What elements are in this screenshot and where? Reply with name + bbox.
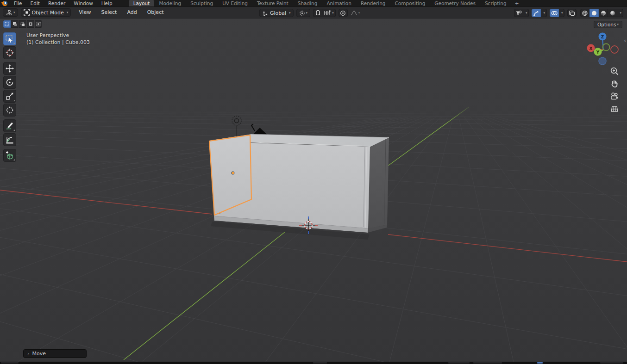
- rendered-sphere-icon: [609, 10, 616, 16]
- object-mode-icon: [24, 9, 30, 16]
- gizmo-dropdown[interactable]: ▾: [541, 9, 547, 17]
- select-mode-intersect-button[interactable]: [35, 20, 42, 28]
- select-mode-subtract-button[interactable]: [19, 20, 26, 28]
- magnet-icon: [315, 10, 321, 16]
- snap-toggle[interactable]: [313, 9, 322, 17]
- measure-icon: [5, 135, 14, 144]
- select-mode-set-button[interactable]: [3, 20, 11, 28]
- tool-move[interactable]: [3, 62, 16, 75]
- chevron-down-icon: ▾: [332, 12, 334, 15]
- tool-shelf: [3, 32, 17, 163]
- mode-selector[interactable]: Object Mode ▾: [21, 8, 71, 17]
- tab-modeling[interactable]: Modeling: [154, 0, 186, 6]
- snap-target-selector[interactable]: ▾: [322, 9, 336, 17]
- shading-dropdown[interactable]: ▾: [617, 9, 623, 17]
- navigation-gizmo[interactable]: X Y Z: [583, 28, 621, 67]
- editor-3d-viewport-icon: [6, 10, 13, 16]
- gizmo-neg-z-ball[interactable]: [599, 57, 606, 65]
- select-box-icon: [5, 34, 14, 43]
- editor-type-selector[interactable]: ▾: [3, 8, 18, 17]
- show-gizmo-toggle[interactable]: [532, 9, 541, 17]
- chevron-down-icon: ▾: [67, 11, 69, 14]
- tab-shading[interactable]: Shading: [293, 0, 322, 6]
- proportional-falloff-selector[interactable]: ▾: [349, 9, 362, 17]
- menu-view[interactable]: View: [74, 7, 96, 18]
- menu-render[interactable]: Render: [44, 0, 69, 6]
- 3d-viewport[interactable]: Options ▾ User Perspective (1) Collectio…: [0, 19, 627, 362]
- annotate-pen-icon: [5, 121, 14, 130]
- add-workspace-button[interactable]: +: [511, 0, 523, 6]
- tab-compositing[interactable]: Compositing: [390, 0, 430, 6]
- tool-rotate[interactable]: [3, 76, 16, 89]
- menu-file[interactable]: File: [10, 0, 26, 6]
- tab-rendering[interactable]: Rendering: [356, 0, 390, 6]
- tab-animation[interactable]: Animation: [322, 0, 356, 6]
- solid-sphere-icon: [591, 10, 597, 16]
- scene-canvas[interactable]: [0, 19, 627, 362]
- menu-add[interactable]: Add: [122, 7, 142, 18]
- tab-sculpting[interactable]: Sculpting: [186, 0, 218, 6]
- tab-uv-editing[interactable]: UV Editing: [218, 0, 252, 6]
- tool-cursor[interactable]: [3, 46, 16, 59]
- tool-options-button[interactable]: Options ▾: [594, 21, 622, 28]
- snap-increment-icon: [324, 10, 331, 16]
- chevron-down-icon: ▾: [13, 11, 15, 14]
- sidebar-collapse-arrow[interactable]: ‹: [624, 37, 626, 44]
- proportional-editing-toggle[interactable]: [339, 9, 348, 17]
- tool-measure[interactable]: [3, 133, 16, 146]
- select-mode-invert-button[interactable]: [27, 20, 34, 28]
- tool-scale[interactable]: [3, 90, 16, 103]
- menu-help[interactable]: Help: [97, 0, 117, 6]
- tool-transform[interactable]: [3, 104, 16, 117]
- status-fragment: [473, 362, 502, 364]
- menu-edit[interactable]: Edit: [26, 0, 44, 6]
- operator-panel-move[interactable]: › Move: [23, 349, 87, 358]
- select-mode-extend-button[interactable]: [11, 20, 19, 28]
- visibility-dropdown[interactable]: ▾: [523, 9, 529, 17]
- shading-rendered-button[interactable]: [608, 9, 617, 17]
- tab-scripting[interactable]: Scripting: [480, 0, 511, 6]
- add-cube-icon: [5, 151, 14, 160]
- pivot-point-icon: [299, 10, 305, 16]
- viewport-nav-buttons: [608, 65, 621, 115]
- blender-logo-icon[interactable]: [2, 1, 8, 6]
- transform-orientation-selector[interactable]: Global ▾: [259, 9, 294, 17]
- blender-window: File Edit Render Window Help Layout Mode…: [0, 0, 627, 364]
- tab-layout[interactable]: Layout: [129, 0, 155, 6]
- tool-select-box[interactable]: [3, 32, 16, 45]
- hand-icon: [609, 79, 620, 89]
- status-fragment: [1, 362, 19, 364]
- pivot-point-selector[interactable]: ▾: [296, 9, 311, 17]
- tab-geometry-nodes[interactable]: Geometry Nodes: [430, 0, 480, 6]
- gizmo-neg-y-ball[interactable]: [603, 44, 610, 51]
- shading-material-button[interactable]: [599, 9, 608, 17]
- zoom-button[interactable]: [608, 65, 621, 77]
- camera-view-button[interactable]: [608, 90, 621, 102]
- tab-texture-paint[interactable]: Texture Paint: [252, 0, 293, 6]
- menu-window[interactable]: Window: [69, 0, 97, 6]
- material-sphere-icon: [600, 10, 607, 16]
- tool-annotate[interactable]: [3, 119, 16, 132]
- ortho-toggle-button[interactable]: [608, 103, 621, 115]
- tool-add-cube[interactable]: [3, 149, 16, 162]
- shading-wireframe-button[interactable]: [580, 9, 589, 17]
- pan-button[interactable]: [608, 78, 621, 90]
- wireframe-sphere-icon: [582, 10, 588, 16]
- gizmo-y-label: Y: [596, 50, 600, 55]
- gizmo-icon: [533, 10, 539, 16]
- menu-object[interactable]: Object: [142, 7, 169, 18]
- gizmo-neg-x-ball[interactable]: [611, 46, 618, 53]
- chevron-down-icon: ▾: [526, 12, 527, 15]
- overlays-dropdown[interactable]: ▾: [559, 9, 565, 17]
- overlays-icon: [551, 10, 558, 16]
- status-fragment: [600, 362, 623, 364]
- menu-select[interactable]: Select: [96, 7, 122, 18]
- status-fragment-accent: [537, 362, 543, 364]
- xray-toggle[interactable]: [567, 9, 577, 17]
- shading-solid-button[interactable]: [589, 9, 599, 17]
- object-type-visibility-button[interactable]: [514, 9, 523, 17]
- visibility-funnel-icon: [515, 10, 522, 16]
- falloff-curve-icon: [351, 10, 357, 16]
- show-overlays-toggle[interactable]: [550, 9, 559, 17]
- select-invert-icon: [28, 22, 33, 26]
